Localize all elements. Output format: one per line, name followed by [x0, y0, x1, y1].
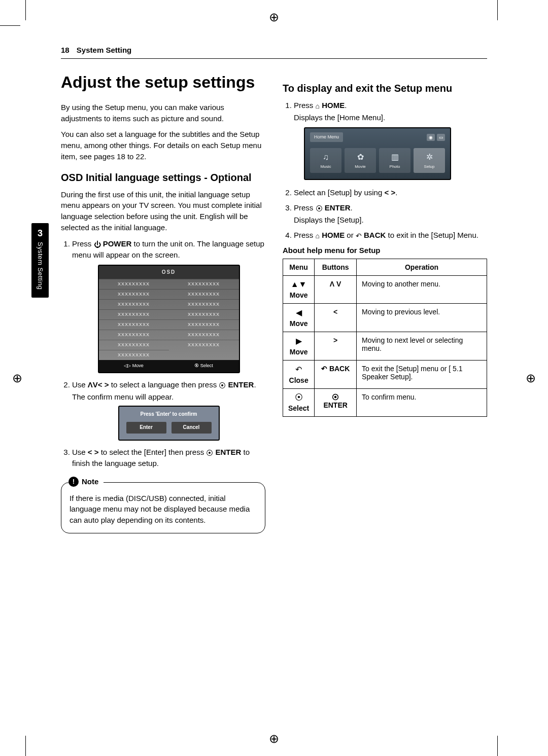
note-icon: ! [68, 477, 79, 487]
note-label: ! Note [68, 477, 104, 487]
registration-mark-icon: ⊕ [267, 10, 281, 24]
right-column: To display and exit the Setup menu Press… [283, 73, 487, 533]
home-menu-title: Home Menu [310, 132, 343, 142]
enter-icon: ⦿ [219, 381, 226, 389]
gear-icon: ✲ [414, 151, 445, 163]
page-title: Adjust the setup settings [61, 73, 265, 92]
step-item: Press ⏻ POWER to turn the unit on. The l… [72, 238, 265, 373]
th-menu: Menu [283, 259, 315, 275]
osd-footer-select: ⦿ Select [169, 360, 239, 372]
power-icon: ⏻ [94, 240, 101, 248]
chapter-tab: 3 System Setting [31, 223, 49, 298]
table-caption: About help menu for Setup [283, 246, 487, 255]
section-heading: OSD Initial language settings - Optional [61, 171, 265, 184]
section-name: System Setting [77, 46, 131, 54]
enter-icon: ⦿ [206, 449, 213, 457]
table-row: ↶Close ↶ BACK To exit the [Setup] menu o… [283, 360, 487, 388]
registration-mark-icon: ⊕ [267, 732, 281, 746]
crop-mark [25, 0, 26, 20]
step-item: Use < > to select the [Enter] then press… [72, 447, 265, 469]
crop-mark [0, 25, 20, 26]
chapter-label: System Setting [37, 242, 44, 294]
step-item: Use ΛV< > to select a language then pres… [72, 379, 265, 441]
crop-mark [497, 0, 498, 20]
th-buttons: Buttons [315, 259, 357, 275]
table-row: ▲▼Move Λ V Moving to another menu. [283, 275, 487, 303]
home-icon: ⌂ [316, 102, 320, 110]
note-box: ! Note If there is media (DISC/USB) conn… [61, 482, 265, 533]
music-icon: ♫ [310, 151, 341, 163]
home-tile-setup: ✲Setup [414, 148, 445, 173]
arrows-up-down-icon: ▲▼ [288, 280, 309, 289]
osd-left-list: XXXXXXXXX XXXXXXXXX XXXXXXXXX XXXXXXXXX … [99, 279, 169, 360]
crop-mark [497, 736, 498, 756]
home-menu-status-icons: ◉▭ [427, 134, 445, 141]
osd-title: OSD [99, 266, 239, 279]
arrow-left-icon: ◀ [288, 308, 309, 317]
running-header: 18 System Setting [61, 46, 487, 59]
enter-icon: ⦿ [288, 393, 309, 402]
enter-icon: ⦿ [316, 204, 323, 212]
help-table: Menu Buttons Operation ▲▼Move Λ V Moving… [283, 259, 487, 417]
step-item: Press ⌂ HOME. Displays the [Home Menu]. … [294, 100, 487, 180]
crop-mark [25, 736, 26, 756]
step-item: Press ⦿ ENTER. Displays the [Setup]. [294, 202, 487, 226]
table-row: ◀Move < Moving to previous level. [283, 303, 487, 332]
osd-right-list: XXXXXXXXX XXXXXXXXX XXXXXXXXX XXXXXXXXX … [169, 279, 239, 360]
home-icon: ⌂ [316, 232, 320, 240]
back-icon: ↶ [288, 365, 309, 374]
steps-list: Press ⏻ POWER to turn the unit on. The l… [61, 238, 265, 469]
th-operation: Operation [357, 259, 487, 275]
chapter-number: 3 [31, 228, 49, 239]
page-number: 18 [61, 46, 70, 54]
registration-mark-icon: ⊕ [10, 371, 24, 385]
left-column: Adjust the setup settings By using the S… [61, 73, 265, 533]
note-text: If there is media (DISC/USB) connected, … [70, 493, 257, 526]
step-item: Select an [Setup] by using < >. [294, 187, 487, 198]
table-row: ⦿Select ⦿ ENTER To confirm menu. [283, 388, 487, 416]
home-tile-movie: ✿Movie [345, 148, 376, 173]
registration-mark-icon: ⊕ [524, 371, 538, 385]
disc-icon: ◉ [427, 134, 435, 141]
usb-icon: ▭ [437, 134, 445, 141]
confirm-header: Press 'Enter' to confirm [119, 407, 219, 422]
page-content: 18 System Setting Adjust the setup setti… [61, 46, 487, 710]
back-icon: ↶ [356, 232, 362, 240]
intro-paragraph: By using the Setup menu, you can make va… [61, 102, 265, 124]
section-heading: To display and exit the Setup menu [283, 82, 487, 95]
confirm-screenshot: Press 'Enter' to confirm Enter Cancel [118, 406, 220, 441]
body-text: During the first use of this unit, the i… [61, 189, 265, 233]
home-tile-photo: ▥Photo [379, 148, 410, 173]
home-menu-screenshot: Home Menu ◉▭ ♫Music ✿Movie ▥Photo ✲Setup [304, 127, 451, 180]
arrow-right-icon: ▶ [288, 336, 309, 346]
step-subtext: Displays the [Home Menu]. [294, 112, 487, 123]
home-tile-music: ♫Music [310, 148, 341, 173]
step-subtext: Displays the [Setup]. [294, 214, 487, 226]
confirm-cancel-button: Cancel [172, 422, 212, 434]
step-subtext: The confirm menu will appear. [72, 391, 265, 403]
confirm-enter-button: Enter [126, 422, 166, 434]
photo-icon: ▥ [379, 151, 410, 163]
movie-icon: ✿ [345, 151, 376, 163]
steps-list: Press ⌂ HOME. Displays the [Home Menu]. … [283, 100, 487, 241]
step-item: Press ⌂ HOME or ↶ BACK to exit in the [S… [294, 230, 487, 241]
intro-paragraph: You can also set a language for the subt… [61, 129, 265, 162]
table-row: ▶Move > Moving to next level or selectin… [283, 332, 487, 360]
osd-footer-move: ◁▷ Move [99, 360, 169, 372]
osd-language-screenshot: OSD XXXXXXXXX XXXXXXXXX XXXXXXXXX XXXXXX… [98, 265, 240, 373]
